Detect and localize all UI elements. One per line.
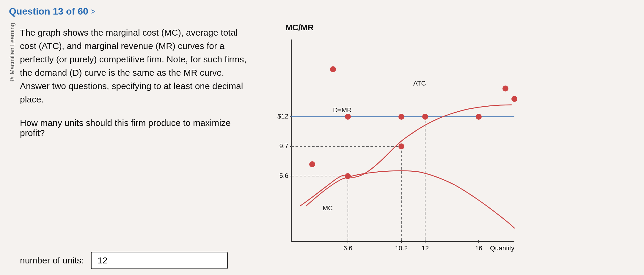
graph-title: MC/MR (285, 23, 314, 32)
svg-text:16: 16 (475, 244, 482, 252)
copyright-label: © Macmillan Learning (9, 23, 16, 88)
question-text-area: The graph shows the marginal cost (MC), … (20, 23, 253, 269)
svg-text:10.2: 10.2 (395, 244, 408, 252)
svg-text:12: 12 (422, 244, 429, 252)
svg-point-27 (398, 114, 404, 120)
svg-point-31 (502, 86, 508, 91)
question-number: Question 13 of 60 (9, 6, 88, 17)
svg-text:MC: MC (323, 204, 333, 212)
chevron-right-icon: > (91, 7, 95, 16)
main-container: Question 13 of 60 > © Macmillan Learning… (0, 0, 644, 275)
graph-wrapper: $12 9.7 5.6 6.6 10.2 12 (265, 34, 520, 259)
answer-label: number of units: (20, 255, 84, 265)
answer-row: number of units: (20, 252, 253, 269)
svg-text:5.6: 5.6 (279, 172, 288, 179)
left-panel: © Macmillan Learning The graph shows the… (9, 23, 253, 269)
svg-point-34 (345, 173, 351, 179)
question-description: The graph shows the marginal cost (MC), … (20, 26, 253, 106)
svg-text:ATC: ATC (413, 80, 426, 87)
svg-point-29 (476, 114, 482, 120)
svg-point-33 (309, 161, 315, 167)
svg-text:9.7: 9.7 (279, 142, 288, 150)
svg-text:6.6: 6.6 (343, 244, 353, 252)
svg-text:Quantity: Quantity (490, 244, 514, 252)
svg-point-32 (511, 96, 517, 102)
svg-point-30 (330, 66, 336, 72)
answer-input[interactable] (91, 252, 228, 269)
chart-svg: $12 9.7 5.6 6.6 10.2 12 (265, 34, 520, 259)
svg-text:D=MR: D=MR (333, 106, 352, 114)
question-header: Question 13 of 60 > (0, 0, 644, 20)
svg-point-35 (398, 143, 404, 149)
content-area: © Macmillan Learning The graph shows the… (0, 20, 644, 275)
graph-panel: MC/MR $12 9.7 5.6 (265, 23, 532, 269)
sub-question: How many units should this firm produce … (20, 118, 253, 138)
svg-text:$12: $12 (277, 113, 288, 120)
svg-point-28 (422, 114, 428, 120)
svg-point-26 (345, 114, 351, 120)
